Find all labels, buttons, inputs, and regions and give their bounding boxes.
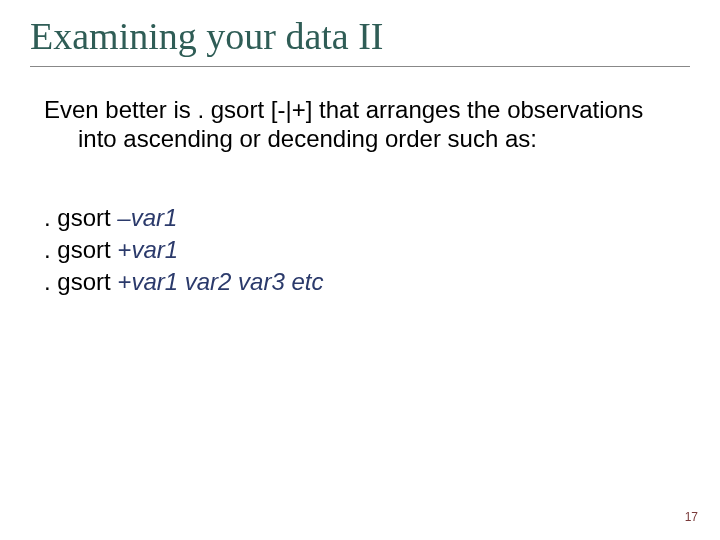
code-line-2: . gsort +var1 <box>44 234 680 266</box>
slide-body: Even better is . gsort [-|+] that arrang… <box>30 67 690 299</box>
code-line-3: . gsort +var1 var2 var3 etc <box>44 266 680 298</box>
code-line-1: . gsort –var1 <box>44 202 680 234</box>
code-cmd: . gsort <box>44 204 117 231</box>
slide-title: Examining your data II <box>30 10 690 66</box>
code-examples: . gsort –var1 . gsort +var1 . gsort +var… <box>44 202 680 299</box>
page-number: 17 <box>685 510 698 524</box>
slide: Examining your data II Even better is . … <box>0 0 720 540</box>
code-cmd: . gsort <box>44 268 117 295</box>
code-cmd: . gsort <box>44 236 117 263</box>
code-arg: +var1 var2 var3 etc <box>117 268 323 295</box>
body-paragraph: Even better is . gsort [-|+] that arrang… <box>44 95 680 154</box>
code-arg: +var1 <box>117 236 178 263</box>
code-arg: –var1 <box>117 204 177 231</box>
